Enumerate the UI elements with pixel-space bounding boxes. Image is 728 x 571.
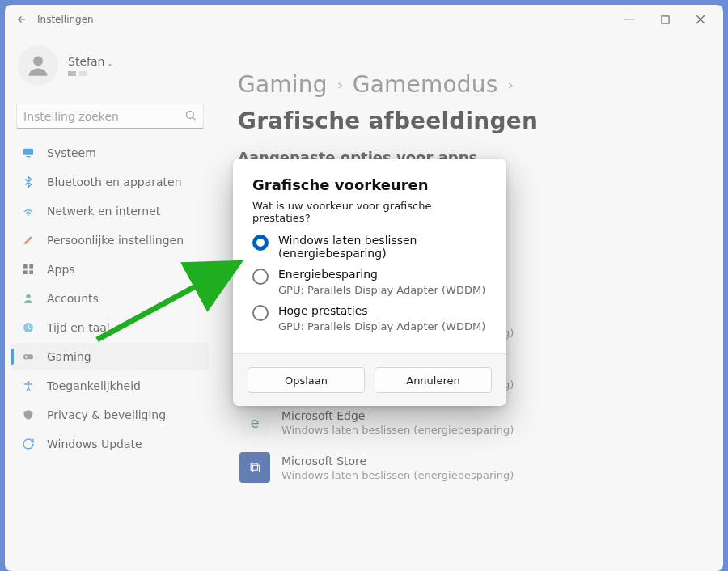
titlebar: Instellingen [5,5,723,34]
dialog-question: Wat is uw voorkeur voor grafische presta… [233,200,506,234]
wifi-icon [21,204,36,218]
option-label: Hoge prestaties [278,304,485,317]
sidebar-item-label: Bluetooth en apparaten [47,176,182,188]
app-tile-icon: ⧉ [239,452,270,483]
svg-rect-6 [23,264,28,269]
sidebar-item-label: Persoonlijke instellingen [47,234,184,247]
sidebar: Stefan . Systeem Bluetooth en apparaten … [5,34,215,571]
svg-point-14 [31,357,32,358]
dialog-title: Grafische voorkeuren [233,159,506,200]
svg-point-15 [28,381,30,383]
preference-option[interactable]: Hoge prestaties GPU: Parallels Display A… [252,304,487,332]
app-tile-icon: e [239,407,270,438]
search-input[interactable] [23,110,184,123]
update-icon [21,437,36,451]
sidebar-item-label: Systeem [47,146,96,159]
option-sub: GPU: Parallels Display Adapter (WDDM) [278,320,485,332]
cancel-button[interactable]: Annuleren [375,367,492,393]
svg-rect-8 [23,270,28,274]
sidebar-item-shield[interactable]: Privacy & beveiliging [11,401,209,429]
breadcrumb-item[interactable]: Gaming [238,71,328,98]
app-sub: Windows laten beslissen (energiebesparin… [281,424,514,436]
sidebar-item-label: Gaming [47,350,91,363]
nav-list: Systeem Bluetooth en apparaten Netwerk e… [11,139,209,458]
accessibility-icon [21,379,36,393]
clock-icon [21,320,36,335]
chevron-right-icon: › [508,76,514,93]
svg-rect-0 [624,19,634,19]
save-button[interactable]: Opslaan [248,367,365,393]
app-name: Microsoft Store [281,455,514,467]
avatar [18,45,58,86]
option-label: Energiebesparing [278,268,485,281]
svg-rect-4 [23,149,33,155]
sidebar-item-brush[interactable]: Persoonlijke instellingen [11,226,209,254]
app-row[interactable]: ⧉ Microsoft Store Windows laten beslisse… [239,452,705,483]
search-icon [184,109,197,124]
sidebar-item-accessibility[interactable]: Toegankelijkheid [11,372,209,400]
breadcrumb-current: Grafische afbeeldingen [238,108,538,134]
monitor-icon [21,146,36,160]
app-name: Microsoft Edge [281,409,514,422]
app-sub: Windows laten beslissen (energiebesparin… [281,469,514,481]
sidebar-item-person[interactable]: Accounts [11,285,209,312]
option-sub: GPU: Parallels Display Adapter (WDDM) [278,284,485,296]
app-row[interactable]: e Microsoft Edge Windows laten beslissen… [239,407,705,438]
gamepad-icon [21,349,36,364]
sidebar-item-update[interactable]: Windows Update [11,430,209,458]
bluetooth-icon [21,175,36,189]
graphics-preferences-dialog: Grafische voorkeuren Wat is uw voorkeur … [233,159,506,406]
sidebar-item-bluetooth[interactable]: Bluetooth en apparaten [11,168,209,196]
apps-icon [21,262,36,277]
svg-point-3 [187,111,194,118]
radio-icon [252,269,269,285]
radio-icon [252,235,269,251]
sidebar-item-wifi[interactable]: Netwerk en internet [11,197,209,225]
sidebar-item-label: Tijd en taal [47,321,110,334]
radio-icon [252,305,269,321]
back-button[interactable] [10,14,34,25]
preference-option[interactable]: Windows laten beslissen (energiebesparin… [252,234,487,260]
sidebar-item-label: Toegankelijkheid [47,379,141,392]
sidebar-item-clock[interactable]: Tijd en taal [11,314,209,341]
user-name: Stefan . [68,55,112,68]
sidebar-item-label: Apps [47,263,75,276]
user-block[interactable]: Stefan . [11,39,209,100]
sidebar-item-label: Accounts [47,292,99,305]
svg-point-13 [30,356,31,357]
svg-rect-7 [29,264,33,269]
minimize-button[interactable] [612,6,647,32]
sidebar-item-label: Windows Update [47,438,142,450]
sidebar-item-gamepad[interactable]: Gaming [11,343,209,370]
svg-rect-9 [29,270,33,274]
dialog-options: Windows laten beslissen (energiebesparin… [233,234,506,337]
person-icon [21,291,36,306]
user-sub [68,71,112,76]
chevron-right-icon: › [337,76,343,93]
window-title: Instellingen [37,14,94,25]
maximize-button[interactable] [647,6,683,32]
svg-rect-5 [26,156,30,157]
preference-option[interactable]: Energiebesparing GPU: Parallels Display … [252,268,487,296]
search-box[interactable] [16,104,204,129]
svg-point-10 [26,294,30,298]
close-button[interactable] [683,6,718,32]
sidebar-item-monitor[interactable]: Systeem [11,139,209,167]
breadcrumb: Gaming › Gamemodus › Grafische afbeeldin… [238,71,705,134]
option-label: Windows laten beslissen (energiebesparin… [278,234,487,260]
sidebar-item-label: Netwerk en internet [47,205,160,218]
brush-icon [21,233,36,247]
svg-point-2 [33,56,43,66]
sidebar-item-apps[interactable]: Apps [11,256,209,283]
breadcrumb-item[interactable]: Gamemodus [353,71,498,98]
shield-icon [21,408,36,422]
sidebar-item-label: Privacy & beveiliging [47,408,166,421]
svg-rect-1 [661,15,668,23]
